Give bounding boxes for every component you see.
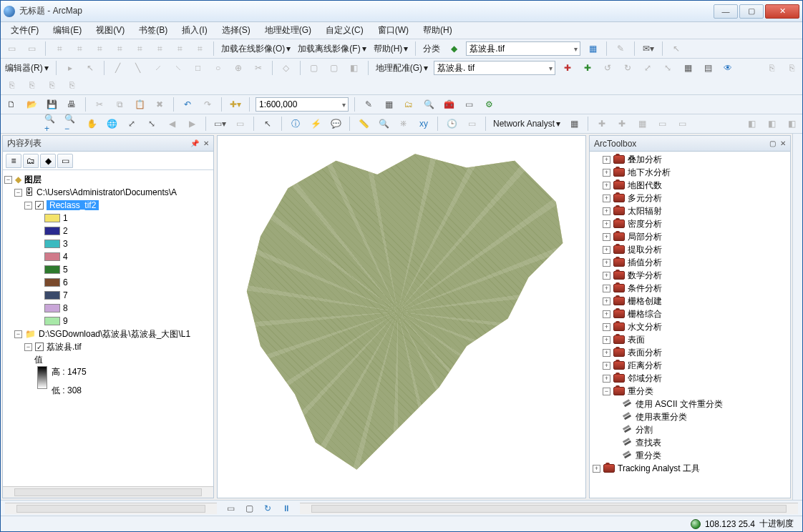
toolset-row[interactable]: +水文分析 — [593, 320, 787, 333]
arctoolbox-close-icon[interactable]: ✕ — [780, 139, 786, 147]
network-analyst-menu[interactable]: Network Analyst ▾ — [492, 119, 562, 129]
search-button[interactable]: 🔍 — [421, 97, 437, 112]
georeferencing-menu[interactable]: 地理配准(G) ▾ — [374, 62, 429, 74]
zoom-out-button[interactable]: 🔍− — [64, 116, 79, 132]
edit-tool-i[interactable]: ⊕ — [230, 60, 246, 76]
minimize-button[interactable]: — — [714, 4, 738, 19]
toolset-row[interactable]: +叠加分析 — [593, 153, 787, 166]
add-data-button[interactable]: ✚▾ — [228, 97, 243, 112]
tool-icon-1c[interactable]: ⌗ — [52, 41, 67, 56]
load-online-imagery-menu[interactable]: 加载在线影像(O) ▾ — [220, 43, 292, 55]
toolset-row[interactable]: +栅格创建 — [593, 295, 787, 307]
toolbar-help-menu[interactable]: 帮助(H) ▾ — [372, 43, 410, 55]
toc-pin-icon[interactable]: 📌 — [190, 139, 199, 147]
modelbuilder-button[interactable]: ⚙ — [481, 97, 497, 112]
expand-icon[interactable]: + — [603, 182, 610, 189]
print-button[interactable]: 🖶 — [64, 97, 79, 112]
undo-button[interactable]: ↶ — [180, 97, 195, 112]
expand-icon[interactable]: + — [603, 323, 610, 331]
na-tool-c[interactable]: ▦ — [634, 116, 650, 132]
toolset-row[interactable]: +局部分析 — [593, 230, 787, 243]
na-tool-d[interactable]: ▭ — [654, 116, 670, 132]
collapse-icon[interactable]: − — [14, 330, 22, 338]
expand-icon[interactable]: + — [603, 220, 610, 228]
georef-tool-a[interactable]: ✚ — [560, 60, 575, 76]
menu-windows[interactable]: 窗口(W) — [372, 23, 414, 38]
menu-customize[interactable]: 自定义(C) — [320, 23, 369, 38]
toolbox-tracking-analyst[interactable]: + Tracking Analyst 工具 — [593, 462, 787, 475]
toolset-row[interactable]: +距离分析 — [593, 359, 787, 372]
refresh-view-button[interactable]: ↻ — [260, 501, 276, 516]
copy-button[interactable]: ⧉ — [112, 97, 127, 112]
edit-tool-m[interactable]: ▢ — [326, 60, 342, 76]
close-button[interactable]: ✕ — [765, 4, 799, 19]
layout-view-button[interactable]: ▢ — [241, 501, 257, 516]
editor-menu[interactable]: 编辑器(R) ▾ — [4, 62, 50, 74]
expand-icon[interactable]: + — [603, 156, 610, 164]
tool-row[interactable]: 查找表 — [593, 436, 787, 449]
edit-tool-l[interactable]: ▢ — [306, 60, 322, 76]
time-slider-button[interactable]: 🕒 — [444, 116, 459, 132]
toc-scrollbar-horizontal[interactable] — [3, 486, 213, 498]
redo-button[interactable]: ↷ — [200, 97, 215, 112]
edit-tool-g[interactable]: □ — [190, 60, 206, 76]
open-button[interactable]: 📂 — [24, 97, 39, 112]
tool-icon-1b[interactable]: ▭ — [24, 41, 39, 56]
expand-icon[interactable]: + — [603, 336, 610, 344]
toolset-row[interactable]: +多元分析 — [593, 192, 787, 205]
right4-a[interactable]: ◧ — [744, 116, 759, 132]
fixed-zoom-in-button[interactable]: ⤢ — [124, 116, 140, 132]
catalog-button[interactable]: 🗂 — [401, 97, 417, 112]
toc-button[interactable]: ▦ — [381, 97, 396, 112]
save-button[interactable]: 💾 — [44, 97, 59, 112]
toolset-row[interactable]: +表面分析 — [593, 346, 787, 359]
expand-icon[interactable]: + — [603, 169, 610, 177]
toolset-reclass[interactable]: − 重分类 — [593, 385, 787, 398]
tool-icon-1h[interactable]: ⌗ — [152, 41, 167, 56]
georef-tool-d[interactable]: ↻ — [620, 60, 636, 76]
expand-icon[interactable]: + — [603, 246, 610, 254]
right-tool-d[interactable]: ⎘ — [24, 77, 39, 93]
tool-icon-1e[interactable]: ⌗ — [92, 41, 107, 56]
edit-tool-d[interactable]: ╲ — [130, 60, 146, 76]
toolset-row[interactable]: +条件分析 — [593, 282, 787, 295]
edit-tool-k[interactable]: ◇ — [278, 60, 294, 76]
mail-tool-dd[interactable]: ✉▾ — [641, 41, 656, 56]
tool-icon-1g[interactable]: ⌗ — [132, 41, 147, 56]
menu-edit[interactable]: 编辑(E) — [47, 23, 87, 38]
goto-xy-button[interactable]: xy — [416, 116, 432, 132]
forward-extent-button[interactable]: ▶ — [184, 116, 200, 132]
georef-viewer-button[interactable]: 👁 — [720, 60, 736, 76]
expand-icon[interactable]: + — [603, 310, 610, 318]
toc-tab-drawing-order[interactable]: ≡ — [6, 154, 21, 168]
toolset-row[interactable]: +插值分析 — [593, 256, 787, 269]
collapse-icon[interactable]: − — [603, 388, 610, 395]
right-tool-b[interactable]: ⎘ — [784, 60, 799, 76]
menu-selection[interactable]: 选择(S) — [216, 23, 256, 38]
edit-tool-e[interactable]: ⟋ — [150, 60, 166, 76]
toc-layer-reclass[interactable]: − ✓ Reclass_tif2 — [4, 199, 212, 212]
select-features-button[interactable]: ▭▾ — [212, 116, 228, 132]
expand-icon[interactable]: + — [603, 349, 610, 357]
georef-tool-g[interactable]: ▤ — [700, 60, 716, 76]
tool-icon-1f[interactable]: ⌗ — [112, 41, 127, 56]
menu-bookmarks[interactable]: 书签(B) — [133, 23, 173, 38]
georef-tool-c[interactable]: ↺ — [600, 60, 615, 76]
arctoolbox-button[interactable]: 🧰 — [441, 97, 457, 112]
menu-geoprocessing[interactable]: 地理处理(G) — [259, 23, 317, 38]
expand-icon[interactable]: + — [603, 285, 610, 292]
hyperlink-button[interactable]: ⚡ — [308, 116, 323, 132]
pointer-tool-1[interactable]: ↖ — [668, 41, 684, 56]
expand-icon[interactable]: + — [593, 465, 600, 473]
expand-icon[interactable]: + — [603, 233, 610, 241]
georef-tool-e[interactable]: ⤢ — [640, 60, 656, 76]
edit-tool-h[interactable]: ○ — [210, 60, 226, 76]
full-extent-button[interactable]: 🌐 — [104, 116, 120, 132]
expand-icon[interactable]: + — [603, 272, 610, 280]
expand-icon[interactable]: + — [603, 297, 610, 305]
edit-tool-j[interactable]: ✂ — [250, 60, 266, 76]
toolset-row[interactable]: +地图代数 — [593, 179, 787, 192]
tool-icon-1a[interactable]: ▭ — [4, 41, 19, 56]
menu-insert[interactable]: 插入(I) — [176, 23, 213, 38]
menu-view[interactable]: 视图(V) — [90, 23, 130, 38]
